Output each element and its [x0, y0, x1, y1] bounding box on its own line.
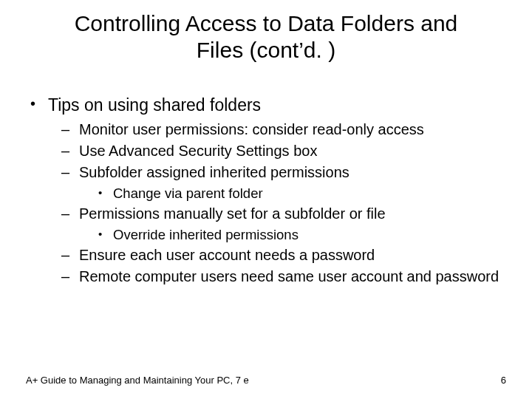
slide-title: Controlling Access to Data Folders and F…: [0, 10, 532, 64]
title-line-1: Controlling Access to Data Folders and: [75, 11, 458, 35]
bullet-text: Subfolder assigned inherited permissions: [79, 164, 349, 180]
slide-body: Tips on using shared folders Monitor use…: [26, 95, 506, 290]
bullet-text: Permissions manually set for a subfolder…: [79, 205, 386, 222]
bullet-text: Remote computer users need same user acc…: [79, 268, 499, 284]
list-item: Remote computer users need same user acc…: [58, 267, 506, 286]
sub-sub-list: Override inherited permissions: [79, 226, 506, 243]
list-item: Permissions manually set for a subfolder…: [58, 205, 506, 243]
bullet-text: Monitor user permissions: consider read-…: [79, 121, 424, 137]
list-item: Override inherited permissions: [95, 226, 506, 243]
footer-source: A+ Guide to Managing and Maintaining You…: [26, 375, 249, 386]
list-item: Monitor user permissions: consider read-…: [58, 120, 506, 139]
list-item: Tips on using shared folders Monitor use…: [26, 95, 506, 286]
bullet-text: Tips on using shared folders: [48, 95, 261, 115]
title-line-2: Files (cont’d. ): [197, 38, 335, 62]
sub-list: Monitor user permissions: consider read-…: [48, 120, 506, 286]
bullet-text: Ensure each user account needs a passwor…: [79, 247, 375, 263]
list-item: Ensure each user account needs a passwor…: [58, 246, 506, 265]
list-item: Use Advanced Security Settings box: [58, 142, 506, 160]
bullet-text: Change via parent folder: [113, 185, 263, 201]
list-item: Change via parent folder: [95, 185, 506, 202]
bullet-list: Tips on using shared folders Monitor use…: [26, 95, 506, 286]
slide: Controlling Access to Data Folders and F…: [0, 0, 532, 399]
bullet-text: Override inherited permissions: [113, 227, 299, 242]
sub-sub-list: Change via parent folder: [79, 185, 506, 202]
bullet-text: Use Advanced Security Settings box: [79, 143, 317, 159]
list-item: Subfolder assigned inherited permissions…: [58, 163, 506, 202]
page-number: 6: [501, 375, 506, 386]
